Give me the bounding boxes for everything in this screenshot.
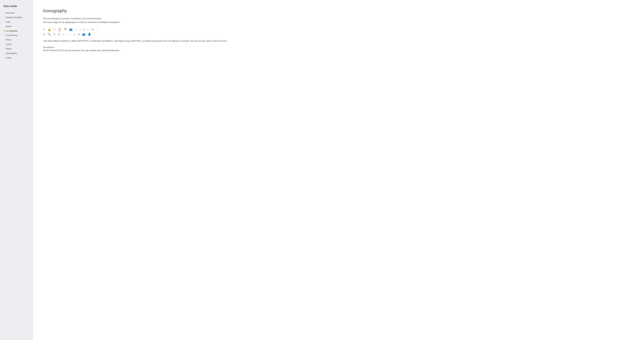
page-title: Iconography bbox=[43, 8, 634, 14]
color-info: Use Near Black (#333D47), White (#FFFFFF… bbox=[43, 39, 634, 43]
sidebar-item-typography[interactable]: Typography bbox=[3, 51, 30, 55]
sidebar-item-label: Cards bbox=[6, 56, 12, 59]
icon-row-2: ⊕ 🔍 ⬆ ⚙ ✓ ‹ › △ ⊞ 👥 👤 bbox=[43, 33, 634, 36]
sidebar-item-label: Overview bbox=[6, 12, 14, 14]
sidebar-item-design-principles[interactable]: Design Principles bbox=[3, 15, 30, 20]
sidebar-item-label: Colors bbox=[6, 43, 12, 46]
chevron-up-icon: △ bbox=[73, 33, 75, 36]
exceptions-detail: Ronin Red #C21129 may be used for the ma… bbox=[43, 49, 634, 52]
chevron-right-icon: › bbox=[70, 33, 71, 36]
cursor-icon: ✦ bbox=[43, 28, 45, 31]
sidebar-item-colors[interactable]: Colors bbox=[3, 42, 30, 46]
sidebar-nav: Overview Design Principles Logo Brand Ic… bbox=[3, 11, 30, 60]
search-icon: 🔍 bbox=[48, 33, 51, 36]
bell-icon: 🔔 bbox=[48, 28, 51, 31]
home-icon: ⌂ bbox=[80, 28, 81, 31]
description-line1: Our iconography is precise, functional, … bbox=[43, 17, 634, 20]
sidebar-item-label: Design Principles bbox=[6, 16, 22, 18]
more-icon: ⋮ bbox=[96, 28, 99, 31]
exceptions-title: Exceptions: bbox=[43, 46, 634, 48]
square-icon: ☐ bbox=[53, 28, 56, 31]
settings-icon: ⚙ bbox=[58, 33, 60, 36]
upload-icon: ⬆ bbox=[53, 33, 56, 36]
check-icon: ✓ bbox=[62, 33, 64, 36]
exceptions-section: Exceptions: Ronin Red #C21129 may be use… bbox=[43, 46, 634, 52]
add-circle-icon: ⊕ bbox=[43, 33, 45, 36]
list-icon: ☰ bbox=[92, 28, 94, 31]
icon-row-1: ✦ 🔔 ☐ 📋 📍 👥 ♡ ⌂ ℹ ⬚ ☰ ⋮ bbox=[43, 28, 634, 31]
sidebar-item-iconography[interactable]: Iconography bbox=[3, 29, 30, 33]
app-title: Style Guide bbox=[3, 5, 30, 8]
sidebar-item-label: States bbox=[6, 48, 12, 50]
sidebar-item-filters[interactable]: Filters bbox=[3, 38, 30, 42]
sidebar-item-states[interactable]: States bbox=[3, 47, 30, 51]
chevron-left-icon: ‹ bbox=[67, 33, 68, 36]
description: Our iconography is precise, functional, … bbox=[43, 17, 634, 24]
document-icon: ⬚ bbox=[87, 28, 89, 31]
sidebar-item-brand[interactable]: Brand bbox=[3, 24, 30, 28]
heart-icon: ♡ bbox=[75, 28, 77, 31]
sidebar-item-label: Brand bbox=[6, 25, 12, 28]
sidebar-item-label: Iconography bbox=[6, 30, 18, 32]
sidebar-item-label: UI Elements bbox=[6, 34, 18, 36]
sidebar: Style Guide Overview Design Principles L… bbox=[0, 0, 33, 340]
people-icon: 👥 bbox=[82, 33, 86, 36]
grid-icon: ⊞ bbox=[78, 33, 80, 36]
sidebar-item-overview[interactable]: Overview bbox=[3, 11, 30, 15]
main-content: Iconography Our iconography is precise, … bbox=[33, 0, 644, 340]
sidebar-item-cards[interactable]: Cards bbox=[3, 56, 30, 60]
person-icon: 👤 bbox=[88, 33, 91, 36]
sidebar-item-ui-elements[interactable]: UI Elements bbox=[3, 33, 30, 37]
description-line2: Our icons align to our typography in ord… bbox=[43, 20, 634, 24]
sidebar-item-label: Logo bbox=[6, 20, 10, 23]
sidebar-item-logo[interactable]: Logo bbox=[3, 20, 30, 24]
group-icon: 👥 bbox=[69, 28, 72, 31]
sidebar-item-label: Typography bbox=[6, 52, 17, 54]
pin-icon: 📍 bbox=[64, 28, 67, 31]
icons-section: ✦ 🔔 ☐ 📋 📍 👥 ♡ ⌂ ℹ ⬚ ☰ ⋮ ⊕ 🔍 ⬆ ⚙ ✓ ‹ › △ … bbox=[43, 28, 634, 36]
clipboard-icon: 📋 bbox=[58, 28, 61, 31]
info-icon: ℹ bbox=[84, 28, 84, 31]
sidebar-item-label: Filters bbox=[6, 38, 12, 41]
